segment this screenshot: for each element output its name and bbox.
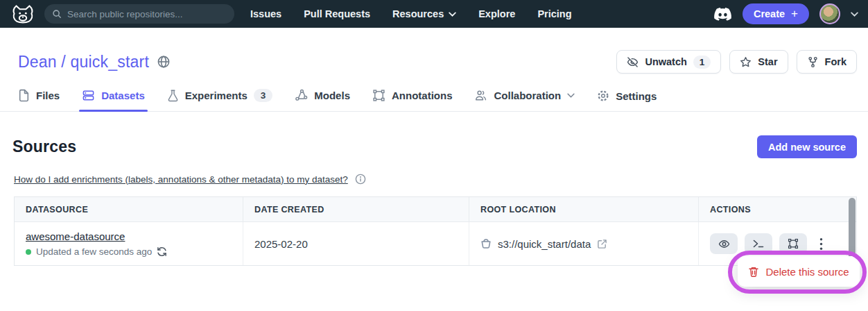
watch-count-badge: 1 bbox=[693, 56, 711, 69]
nav-explore[interactable]: Explore bbox=[478, 8, 515, 19]
nav-pricing[interactable]: Pricing bbox=[537, 8, 571, 19]
top-navbar: Issues Pull Requests Resources Explore P… bbox=[0, 0, 868, 28]
trash-icon bbox=[748, 266, 759, 278]
create-button[interactable]: Create + bbox=[743, 3, 809, 24]
main-content: Sources Add new source How do I add enri… bbox=[0, 112, 868, 266]
unwatch-button[interactable]: Unwatch 1 bbox=[616, 50, 721, 74]
repo-breadcrumb[interactable]: Dean / quick_start bbox=[18, 53, 149, 72]
datasource-cell: awesome-datasource Updated a few seconds… bbox=[15, 222, 243, 265]
search-icon bbox=[52, 9, 62, 19]
tab-collaboration-label: Collaboration bbox=[494, 90, 561, 101]
fork-label: Fork bbox=[825, 56, 847, 67]
search-input[interactable] bbox=[67, 9, 227, 19]
col-header-datasource: DATASOURCE bbox=[15, 197, 243, 221]
delete-source-label: Delete this source bbox=[765, 266, 849, 278]
datasource-name-link[interactable]: awesome-datasource bbox=[26, 230, 125, 242]
add-new-source-button[interactable]: Add new source bbox=[757, 135, 857, 158]
file-icon bbox=[18, 89, 30, 102]
star-icon bbox=[740, 56, 752, 68]
nav-resources-label: Resources bbox=[392, 8, 444, 19]
tab-models-label: Models bbox=[314, 90, 350, 101]
tab-collaboration[interactable]: Collaboration bbox=[474, 89, 575, 111]
tab-models[interactable]: Models bbox=[295, 89, 350, 111]
nav-pull-requests[interactable]: Pull Requests bbox=[304, 8, 370, 19]
chevron-down-icon bbox=[449, 12, 456, 17]
nav-links: Issues Pull Requests Resources Explore P… bbox=[250, 8, 572, 19]
tab-files-label: Files bbox=[36, 90, 60, 101]
eye-off-icon bbox=[627, 56, 639, 68]
annotate-button[interactable] bbox=[779, 233, 807, 254]
tab-experiments-label: Experiments bbox=[185, 90, 248, 101]
external-link-icon[interactable] bbox=[597, 239, 607, 249]
col-header-root-location: ROOT LOCATION bbox=[469, 197, 698, 221]
fork-icon bbox=[807, 56, 819, 68]
chevron-down-icon bbox=[567, 93, 575, 98]
bucket-icon bbox=[480, 238, 492, 249]
info-icon[interactable] bbox=[355, 174, 366, 185]
root-location-text: s3://quick_start/data bbox=[498, 238, 591, 250]
page-title: Sources bbox=[12, 137, 76, 156]
create-label: Create bbox=[754, 8, 785, 19]
tab-files[interactable]: Files bbox=[18, 89, 60, 111]
root-location-cell: s3://quick_start/data bbox=[469, 222, 698, 265]
user-menu-chevron-icon[interactable] bbox=[851, 12, 858, 17]
col-header-date-created: DATE CREATED bbox=[243, 197, 469, 221]
tab-settings-label: Settings bbox=[616, 90, 657, 102]
sources-table: DATASOURCE DATE CREATED ROOT LOCATION AC… bbox=[14, 196, 857, 266]
navbar-right: Create + bbox=[713, 3, 858, 24]
table-row: awesome-datasource Updated a few seconds… bbox=[15, 222, 856, 265]
annotations-icon bbox=[372, 89, 385, 102]
tab-experiments[interactable]: Experiments 3 bbox=[167, 89, 273, 111]
star-label: Star bbox=[758, 56, 777, 67]
status-dot bbox=[26, 249, 31, 255]
col-header-actions: ACTIONS bbox=[698, 197, 856, 221]
bounding-box-icon bbox=[788, 238, 799, 249]
globe-icon bbox=[157, 55, 171, 69]
repo-header: Dean / quick_start Unwatch 1 Star Fork bbox=[0, 28, 868, 74]
enrichments-help-link[interactable]: How do I add enrichments (labels, annota… bbox=[14, 174, 348, 185]
table-scrollbar[interactable] bbox=[849, 198, 856, 262]
tab-annotations[interactable]: Annotations bbox=[372, 89, 453, 111]
user-avatar[interactable] bbox=[819, 3, 840, 24]
tab-datasets-label: Datasets bbox=[101, 90, 145, 101]
eye-icon bbox=[718, 238, 730, 250]
tab-datasets[interactable]: Datasets bbox=[82, 89, 145, 111]
unwatch-label: Unwatch bbox=[645, 56, 686, 67]
datasets-icon bbox=[82, 89, 95, 102]
preview-button[interactable] bbox=[710, 233, 738, 254]
fork-button[interactable]: Fork bbox=[797, 50, 857, 74]
dagshub-logo-icon[interactable] bbox=[10, 3, 36, 25]
date-created-cell: 2025-02-20 bbox=[243, 222, 469, 265]
table-header-row: DATASOURCE DATE CREATED ROOT LOCATION AC… bbox=[15, 197, 856, 222]
status-text: Updated a few seconds ago bbox=[36, 246, 152, 257]
datasource-status: Updated a few seconds ago bbox=[26, 246, 167, 257]
search-bar[interactable] bbox=[44, 4, 234, 24]
terminal-icon bbox=[753, 239, 764, 249]
tab-annotations-label: Annotations bbox=[392, 90, 453, 101]
terminal-button[interactable] bbox=[745, 233, 772, 254]
experiments-count-badge: 3 bbox=[254, 89, 273, 102]
models-icon bbox=[295, 89, 308, 102]
discord-icon[interactable] bbox=[713, 7, 732, 22]
tab-settings[interactable]: Settings bbox=[597, 90, 657, 111]
repo-tabs: Files Datasets Experiments 3 Models Anno… bbox=[0, 74, 868, 112]
gear-icon bbox=[597, 90, 609, 102]
star-button[interactable]: Star bbox=[729, 50, 788, 74]
nav-issues[interactable]: Issues bbox=[250, 8, 281, 19]
repo-actions: Unwatch 1 Star Fork bbox=[616, 50, 857, 74]
nav-resources[interactable]: Resources bbox=[392, 8, 456, 19]
collaboration-icon bbox=[474, 89, 487, 102]
plus-icon: + bbox=[791, 7, 798, 21]
kebab-menu-icon[interactable] bbox=[814, 237, 828, 251]
refresh-icon[interactable] bbox=[157, 246, 167, 257]
flask-icon bbox=[167, 89, 179, 102]
delete-source-menu-item[interactable]: Delete this source bbox=[738, 256, 860, 287]
